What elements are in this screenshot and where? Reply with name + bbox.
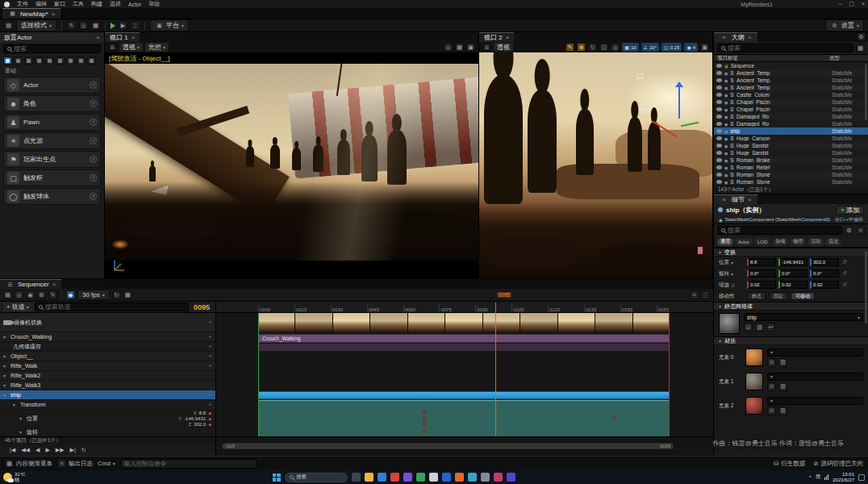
transform-section-block[interactable] (258, 400, 670, 436)
category-lights-icon[interactable] (24, 56, 33, 65)
outliner-row[interactable]: S_Ancient_Temp StaticMe (714, 84, 868, 91)
app-icon[interactable] (429, 473, 438, 482)
content-drawer-button[interactable]: ▦ 内容侧滑菜单 (5, 459, 52, 468)
component-row[interactable]: ◆ StaticMeshComponent (StaticMeshCompone… (714, 215, 868, 224)
category-recent-icon[interactable] (3, 56, 12, 65)
track-rifle-walk[interactable]: ▾ Rifle_Walk + (0, 361, 215, 371)
menu-item[interactable]: 构建 (88, 0, 106, 8)
platform-button[interactable]: ▣ 平台 ▾ (150, 19, 189, 31)
step-forward-button[interactable]: ▶ (119, 21, 127, 30)
outliner-row[interactable]: S_Huge_Sandst StaticMe (714, 142, 868, 149)
mesh-asset-combo[interactable]: ship ▾ (744, 313, 863, 321)
material-thumbnail[interactable] (745, 397, 763, 415)
app-icon[interactable] (442, 473, 451, 482)
keyframe-nav-icon[interactable]: ◆ (208, 422, 212, 427)
app-icon[interactable] (507, 473, 515, 482)
visibility-eye-icon[interactable] (716, 100, 722, 104)
place-actor-item[interactable]: ⚑ 玩家出生点 ? (3, 151, 101, 168)
grid-icon[interactable]: ▦ (455, 43, 464, 52)
transport-button[interactable]: ▶| (70, 447, 76, 453)
render-movie-icon[interactable]: ◉ (26, 290, 35, 299)
outliner-row[interactable]: S_Ancient_Temp StaticMe (714, 69, 868, 77)
expand-arrow-icon[interactable]: ▾ (3, 334, 8, 340)
keyframe-marker[interactable] (612, 416, 616, 419)
hidden-icons-chevron[interactable]: ^ (809, 474, 812, 480)
outliner-row[interactable]: S_Roman_Relief StaticMe (714, 164, 868, 171)
scale-y-field[interactable]: 0.02 (778, 281, 807, 289)
viewport-menu-icon[interactable]: ☰ (482, 43, 491, 52)
reset-icon[interactable]: ↩ (766, 323, 775, 332)
menu-item[interactable]: 窗口 (51, 0, 69, 8)
close-icon[interactable]: × (52, 10, 56, 18)
track-rotation[interactable]: ▾ 旋转 (0, 428, 215, 436)
visibility-eye-icon[interactable] (716, 78, 722, 82)
static-mesh-section-header[interactable]: ▾ 静态网格体 (714, 302, 868, 311)
scrollbar[interactable] (865, 251, 867, 323)
keyframe-nav-icon[interactable]: ◆ (208, 416, 212, 421)
rotation-label[interactable]: 旋转 ▾ (719, 270, 745, 277)
details-search-input[interactable] (728, 227, 838, 234)
output-log-button[interactable]: ≡ 输出日志 (57, 459, 93, 468)
material-combo[interactable]: ▾ (767, 397, 863, 405)
settings-button[interactable]: ⚙ 设置 ▾ (825, 19, 864, 31)
location-label[interactable]: 位置 ▾ (719, 259, 745, 266)
grid-icon[interactable]: ▦ (91, 21, 100, 30)
edit-cpp-link[interactable]: 在C++中编辑 (835, 216, 863, 223)
mobility-option[interactable]: 固定 (769, 292, 788, 300)
rotation-x-field[interactable]: 0.0° (747, 269, 776, 277)
visibility-eye-icon[interactable] (716, 122, 722, 126)
menu-item[interactable]: 工具 (69, 0, 87, 8)
world-space-icon[interactable]: ◎ (611, 43, 620, 52)
menu-item[interactable]: 帮助 (145, 0, 163, 8)
keyframe-marker[interactable] (423, 411, 426, 414)
category-chip[interactable]: 流送 (825, 238, 841, 246)
level-tab[interactable]: ▦ NewMap* × (2, 8, 61, 19)
menu-item[interactable]: 编辑 (32, 0, 50, 8)
maximize-viewport-icon[interactable]: ▣ (700, 43, 709, 52)
console-input-box[interactable] (120, 459, 257, 469)
light-gizmo-icon[interactable] (640, 104, 649, 114)
help-icon[interactable]: ? (90, 137, 97, 144)
save-icon[interactable]: ▤ (4, 21, 13, 30)
app-icon[interactable] (403, 473, 412, 482)
category-chip[interactable]: 物理 (790, 238, 806, 246)
track-transform[interactable]: ▾ Transform + (0, 400, 215, 410)
category-all-icon[interactable] (87, 56, 96, 65)
visibility-eye-icon[interactable] (716, 165, 722, 169)
scale-tool-icon[interactable]: ◱ (599, 43, 608, 52)
place-actors-header[interactable]: 放置Actor × (0, 32, 104, 43)
more-options-icon[interactable]: ⋮ (131, 21, 140, 30)
range-scrollbar[interactable]: -015 0165 (221, 442, 674, 450)
use-selected-icon[interactable]: ⊙ (744, 323, 753, 332)
track-search-box[interactable] (35, 302, 189, 311)
use-selected-icon[interactable]: ⊙ (767, 358, 776, 367)
lit-mode-button[interactable]: 光照 ▾ (145, 43, 169, 52)
filter-icon[interactable]: ▦ (856, 44, 865, 52)
track-location[interactable]: ▾ 位置 X 8.8 ◆ Y -146.9431 (0, 410, 215, 428)
visibility-eye-icon[interactable] (716, 86, 722, 90)
viewport-2-scene[interactable] (479, 52, 712, 278)
derived-data-button[interactable]: ⛁ 衍生数据 (774, 460, 805, 468)
mesh-thumbnail[interactable] (719, 313, 740, 334)
outliner-row[interactable]: S_Roman_Broke StaticMe (714, 156, 868, 164)
timeline-ruler[interactable]: 0000001500300045006000750090010501200135… (216, 302, 713, 313)
transport-button[interactable]: ▶ (45, 447, 49, 453)
outliner-search-input[interactable] (728, 44, 849, 52)
cmd-selector[interactable]: Cmd ▾ (98, 460, 115, 467)
outliner-row[interactable]: ship StaticMe (714, 127, 868, 135)
expand-arrow-icon[interactable]: ▾ (3, 353, 8, 359)
search-box[interactable] (717, 44, 853, 52)
app-icon[interactable] (481, 473, 490, 482)
menu-item[interactable]: Actor (125, 2, 144, 7)
taskbar-clock[interactable]: 13:01 2023/6/27 (833, 472, 854, 483)
mobility-option[interactable]: 静态 (747, 292, 766, 300)
playback-range-start[interactable] (258, 313, 259, 436)
category-chip[interactable]: 通用 (717, 238, 733, 246)
transport-button[interactable]: ◀ (35, 447, 40, 453)
use-selected-icon[interactable]: ⊙ (767, 407, 776, 415)
find-in-content-icon[interactable]: ◎ (15, 290, 23, 299)
reset-icon[interactable]: ↺ (842, 259, 847, 265)
viewport-menu-icon[interactable]: ☰ (108, 43, 117, 52)
outliner-row[interactable]: S_Ancient_Temp StaticMe (714, 77, 868, 84)
add-track-button[interactable]: + 轨道 ▾ (3, 302, 32, 311)
